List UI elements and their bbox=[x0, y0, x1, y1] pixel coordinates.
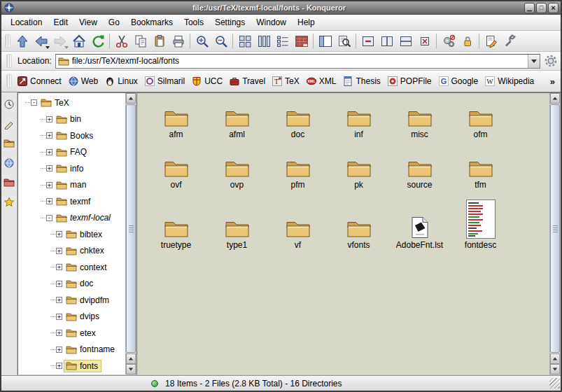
tree-item-inner[interactable]: bin bbox=[55, 113, 84, 125]
tree-item-inner[interactable]: Books bbox=[55, 130, 96, 141]
tree-item-inner[interactable]: FAQ bbox=[55, 146, 90, 158]
menu-edit[interactable]: Edit bbox=[48, 15, 73, 29]
file-item-type1[interactable]: type1 bbox=[206, 200, 267, 250]
bookmark-linux[interactable]: Linux bbox=[101, 74, 141, 88]
tree-item-inner[interactable]: context bbox=[64, 262, 110, 273]
file-item-vf[interactable]: vf bbox=[267, 200, 328, 250]
file-item-misc[interactable]: misc bbox=[389, 99, 450, 139]
file-item-afml[interactable]: afml bbox=[206, 99, 267, 139]
scroll-up-button[interactable] bbox=[126, 93, 136, 104]
file-item-afm[interactable]: afm bbox=[146, 99, 206, 139]
configure-button[interactable] bbox=[500, 31, 519, 50]
file-item-AdobeFnt.lst[interactable]: AdobeFnt.lst bbox=[389, 200, 450, 250]
expander-icon[interactable]: + bbox=[56, 346, 62, 353]
location-dropdown-button[interactable] bbox=[528, 55, 540, 68]
split-view-top-bottom-button[interactable] bbox=[396, 31, 415, 50]
file-item-ofm[interactable]: ofm bbox=[450, 99, 511, 139]
sidebar-tab-network[interactable] bbox=[3, 157, 15, 169]
tree-item-chktex[interactable]: +chktex bbox=[18, 243, 125, 260]
expander-icon[interactable]: - bbox=[46, 215, 52, 221]
location-input[interactable]: file:/usr/TeX/texmf-local/fonts bbox=[55, 54, 540, 69]
file-item-pk[interactable]: pk bbox=[328, 149, 389, 190]
bookmark-travel[interactable]: Travel bbox=[226, 74, 269, 88]
scrollbar-track[interactable] bbox=[126, 104, 136, 354]
file-item-doc[interactable]: doc bbox=[267, 99, 328, 139]
back-button[interactable] bbox=[31, 31, 50, 50]
tree-item-inner[interactable]: fonts bbox=[64, 360, 101, 372]
file-item-source[interactable]: source bbox=[389, 149, 450, 190]
detailed-list-view-button[interactable] bbox=[273, 31, 292, 50]
tree-item-doc[interactable]: +doc bbox=[18, 276, 125, 293]
icon-view-button[interactable] bbox=[235, 31, 254, 50]
tree-item-inner[interactable]: doc bbox=[64, 278, 96, 289]
zoom-out-button[interactable] bbox=[211, 31, 230, 50]
sidebar-tab-root-directory[interactable] bbox=[3, 176, 15, 188]
multicolumn-view-button[interactable] bbox=[254, 31, 273, 50]
file-item-tfm[interactable]: tfm bbox=[450, 149, 511, 190]
tree-item-texmf[interactable]: +texmf bbox=[18, 193, 125, 210]
tree-item-man[interactable]: +man bbox=[18, 177, 125, 194]
up-button[interactable] bbox=[13, 31, 31, 50]
zoom-in-button[interactable] bbox=[192, 31, 211, 50]
security-button[interactable] bbox=[458, 31, 477, 50]
bookmark-thesis[interactable]: Thesis bbox=[339, 74, 384, 88]
file-item-truetype[interactable]: truetype bbox=[146, 200, 206, 250]
close-view-button[interactable] bbox=[415, 31, 434, 50]
tree-item-inner[interactable]: info bbox=[55, 163, 86, 174]
scroll-up-button[interactable] bbox=[550, 93, 560, 104]
tree-item-inner[interactable]: TeX bbox=[39, 97, 72, 108]
tree-item-inner[interactable]: dvipdfm bbox=[64, 295, 112, 306]
reload-button[interactable] bbox=[88, 31, 107, 50]
tree-item-inner[interactable]: texmf-local bbox=[55, 212, 113, 223]
run-command-button[interactable] bbox=[439, 31, 458, 50]
scroll-up-button-bottom[interactable] bbox=[126, 354, 136, 364]
find-file-button[interactable] bbox=[335, 31, 353, 50]
bookmark-wikipedia[interactable]: WWikipedia bbox=[482, 74, 538, 88]
expander-icon[interactable]: + bbox=[46, 198, 52, 204]
forward-button[interactable] bbox=[50, 31, 69, 50]
toolbar-drag-handle[interactable] bbox=[6, 54, 12, 68]
bookmarks-overflow-button[interactable]: » bbox=[547, 76, 558, 87]
tree-item-inner[interactable]: fontname bbox=[64, 344, 118, 355]
resize-grip[interactable] bbox=[549, 378, 560, 388]
file-item-inf[interactable]: inf bbox=[328, 99, 389, 139]
titlebar[interactable]: file:/usr/TeX/texmf-local/fonts - Konque… bbox=[1, 1, 561, 15]
bookmark-popfile[interactable]: POPFile bbox=[384, 74, 435, 88]
expander-icon[interactable]: + bbox=[56, 264, 62, 270]
minimize-button[interactable]: ▁ bbox=[524, 3, 535, 13]
tree-item-dvips[interactable]: +dvips bbox=[18, 309, 125, 326]
scroll-up-button-bottom[interactable] bbox=[550, 354, 560, 364]
file-item-ovp[interactable]: ovp bbox=[206, 149, 267, 190]
expander-icon[interactable]: + bbox=[46, 149, 52, 155]
scroll-down-button[interactable] bbox=[126, 364, 136, 374]
expander-icon[interactable]: + bbox=[46, 182, 52, 188]
tree-item-etex[interactable]: +etex bbox=[18, 325, 125, 342]
expander-icon[interactable]: + bbox=[46, 165, 52, 172]
tree-item-fonts[interactable]: +fonts bbox=[18, 358, 125, 374]
tree-item-dvipdfm[interactable]: +dvipdfm bbox=[18, 292, 125, 309]
tree-item-inner[interactable]: dvips bbox=[64, 311, 102, 322]
tree-scrollbar[interactable] bbox=[125, 93, 136, 374]
toolbar-drag-handle[interactable] bbox=[6, 74, 12, 88]
file-item-ovf[interactable]: ovf bbox=[146, 149, 206, 190]
menu-view[interactable]: View bbox=[73, 15, 103, 29]
bookmark-ucc[interactable]: UCC bbox=[188, 74, 226, 88]
expander-icon[interactable]: + bbox=[56, 248, 62, 254]
tree-item-bin[interactable]: +bin bbox=[18, 111, 125, 128]
tree-item-info[interactable]: +info bbox=[18, 160, 125, 177]
bookmark-connect[interactable]: Connect bbox=[14, 74, 65, 88]
tree-item-inner[interactable]: chktex bbox=[64, 245, 107, 256]
edit-document-button[interactable] bbox=[482, 31, 500, 50]
home-button[interactable] bbox=[69, 31, 88, 50]
expander-icon[interactable]: + bbox=[56, 281, 62, 287]
tree-item-fontname[interactable]: +fontname bbox=[18, 342, 125, 358]
tree-item-TeX[interactable]: -TeX bbox=[18, 94, 125, 111]
tree-item-bibtex[interactable]: +bibtex bbox=[18, 226, 125, 243]
file-item-fontdesc[interactable]: fontdesc bbox=[450, 200, 511, 250]
menu-help[interactable]: Help bbox=[292, 15, 321, 29]
expander-icon[interactable]: - bbox=[31, 99, 37, 106]
expander-icon[interactable]: + bbox=[56, 363, 62, 369]
menu-go[interactable]: Go bbox=[103, 15, 125, 29]
bookmark-silmaril[interactable]: Silmaril bbox=[141, 74, 188, 88]
menu-tools[interactable]: Tools bbox=[178, 15, 209, 29]
